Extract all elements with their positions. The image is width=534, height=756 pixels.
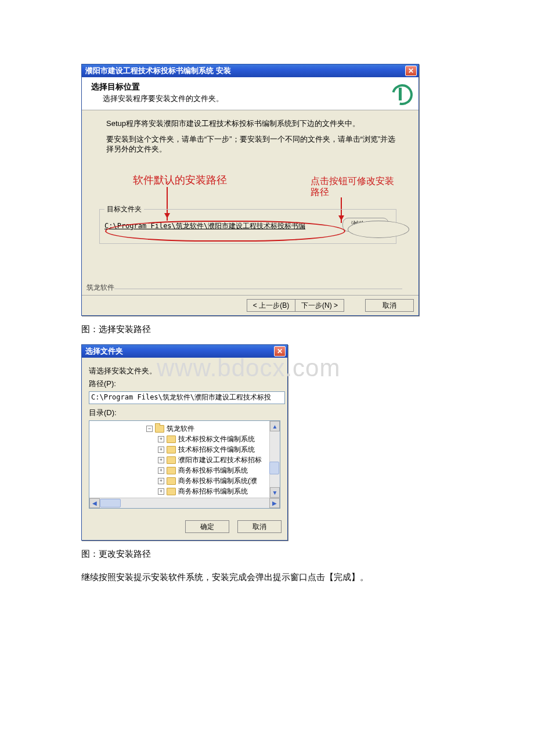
back-button[interactable]: < 上一步(B) <box>247 299 295 312</box>
scroll-left-icon[interactable]: ◀ <box>89 498 100 508</box>
cancel-button[interactable]: 取消 <box>237 520 282 533</box>
titlebar: 濮阳市建设工程技术标投标书编制系统 安装 ✕ <box>82 64 418 77</box>
scroll-thumb[interactable] <box>100 499 121 507</box>
horizontal-scrollbar[interactable]: ◀ ▶ <box>89 498 280 508</box>
folder-icon <box>167 488 176 495</box>
next-button[interactable]: 下一步(N) > <box>295 299 344 312</box>
close-icon[interactable]: ✕ <box>405 66 417 76</box>
dialog-title: 选择文件夹 <box>85 346 123 357</box>
figure-caption: 图：选择安装路径 <box>81 324 453 335</box>
folder-icon <box>167 446 176 453</box>
cancel-button[interactable]: 取消 <box>365 299 414 312</box>
dialog-footer: 确定 取消 <box>82 514 287 540</box>
brand-text: 筑龙软件 <box>86 283 114 293</box>
logo-icon <box>389 82 412 105</box>
path-input[interactable]: C:\Program Files\筑龙软件\濮阳市建设工程技术标投 <box>89 391 285 404</box>
close-icon[interactable]: ✕ <box>274 346 286 357</box>
folder-dialog: 选择文件夹 ✕ 请选择安装文件夹。 路径(P): C:\Program File… <box>81 344 288 541</box>
wizard-body: Setup程序将安装濮阳市建设工程技术标投标书编制系统到下边的文件夹中。 要安装… <box>82 110 418 295</box>
folder-icon <box>167 456 176 464</box>
folder-icon <box>167 467 176 474</box>
annotation-circle <box>105 221 345 242</box>
group-legend: 目标文件夹 <box>104 204 144 214</box>
body-text-2: 要安装到这个文件夹，请单击“下一步”；要安装到一个不同的文件夹，请单击“浏览”并… <box>106 135 402 154</box>
tree-node[interactable]: 商务标投标书编制系统(濮 <box>178 476 257 486</box>
scroll-right-icon[interactable]: ▶ <box>269 498 280 508</box>
divider <box>114 289 402 289</box>
scroll-up-icon[interactable]: ▲ <box>270 421 280 431</box>
expand-icon[interactable]: + <box>158 467 164 474</box>
header-subtitle: 选择安装程序要安装文件的文件夹。 <box>91 93 389 104</box>
tree-node-root[interactable]: 筑龙软件 <box>167 424 194 434</box>
wizard-footer: < 上一步(B) 下一步(N) > 取消 <box>82 295 418 315</box>
figure-caption: 图：更改安装路径 <box>81 549 453 560</box>
expand-icon[interactable]: + <box>158 436 164 442</box>
annotation-circle <box>348 221 409 238</box>
annotation-browse: 点击按钮可修改安装路径 <box>311 175 398 197</box>
folder-icon <box>155 425 164 433</box>
expand-icon[interactable]: + <box>158 488 164 495</box>
scroll-thumb[interactable] <box>269 462 279 474</box>
folder-icon <box>167 477 176 485</box>
titlebar: 选择文件夹 ✕ <box>82 345 287 358</box>
path-label: 路径(P): <box>89 379 282 389</box>
expand-icon[interactable]: + <box>158 457 164 463</box>
vertical-scrollbar[interactable]: ▲ ▼ <box>269 421 280 498</box>
scroll-down-icon[interactable]: ▼ <box>270 487 280 498</box>
body-paragraph: 继续按照安装提示安装软件系统，安装完成会弹出提示窗口点击【完成】。 <box>81 570 453 584</box>
directory-tree[interactable]: −筑龙软件 +技术标投标文件编制系统 +技术标招标文件编制系统 +濮阳市建设工程… <box>89 420 280 509</box>
collapse-icon[interactable]: − <box>146 426 153 432</box>
tree-node[interactable]: 商务标投标书编制系统 <box>178 466 248 476</box>
wizard-header: 选择目标位置 选择安装程序要安装文件的文件夹。 <box>82 77 418 110</box>
tree-node[interactable]: 技术标招标文件编制系统 <box>178 445 255 455</box>
body-text-1: Setup程序将安装濮阳市建设工程技术标投标书编制系统到下边的文件夹中。 <box>106 118 402 129</box>
installer-window: 濮阳市建设工程技术标投标书编制系统 安装 ✕ 选择目标位置 选择安装程序要安装文… <box>81 64 419 316</box>
tree-node[interactable]: 商务标招标书编制系统 <box>178 487 248 496</box>
directory-label: 目录(D): <box>89 408 282 418</box>
tree-node[interactable]: 濮阳市建设工程技术标招标 <box>178 455 262 465</box>
expand-icon[interactable]: + <box>158 447 164 453</box>
annotation-default-path: 软件默认的安装路径 <box>133 173 227 187</box>
folder-icon <box>167 435 176 443</box>
tree-node[interactable]: 技术标投标文件编制系统 <box>178 434 255 444</box>
expand-icon[interactable]: + <box>158 478 164 484</box>
header-title: 选择目标位置 <box>91 82 389 92</box>
dialog-prompt: 请选择安装文件夹。 <box>89 366 282 376</box>
ok-button[interactable]: 确定 <box>185 520 229 533</box>
window-title: 濮阳市建设工程技术标投标书编制系统 安装 <box>85 66 231 76</box>
